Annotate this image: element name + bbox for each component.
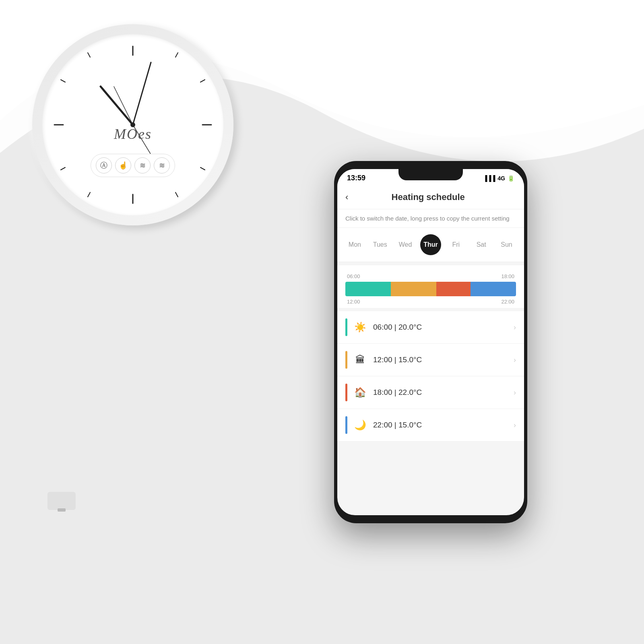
instruction-text: Click to switch the date, long press to … <box>337 209 524 228</box>
svg-line-6 <box>200 80 205 82</box>
svg-line-12 <box>200 167 205 170</box>
day-tues[interactable]: Tues <box>369 234 390 255</box>
svg-line-7 <box>88 53 90 57</box>
svg-line-10 <box>88 192 90 197</box>
day-selector: Mon Tues Wed Thur Fri Sat Sun <box>337 228 524 262</box>
day-sun[interactable]: Sun <box>496 234 517 255</box>
item-color-morning <box>345 318 347 336</box>
night-icon: 🌙 <box>354 419 367 431</box>
app-header: ‹ Heating schedule <box>337 186 524 209</box>
back-button[interactable]: ‹ <box>345 192 348 202</box>
bar-segment-4 <box>471 282 516 296</box>
clock-btn-mode4[interactable]: ≋ <box>154 157 170 173</box>
day-thur[interactable]: Thur <box>420 234 441 255</box>
item-color-noon <box>345 351 347 369</box>
day-fri[interactable]: Fri <box>446 234 466 255</box>
morning-icon: ☀️ <box>354 322 367 333</box>
clock-btn-auto[interactable]: Ⓐ <box>96 157 112 173</box>
svg-line-8 <box>61 80 65 82</box>
item-text-0600: 06:00 | 20.0°C <box>373 323 507 332</box>
status-icons: ▐▐▐ 4G 🔋 <box>483 175 514 182</box>
gateway-device <box>47 492 76 510</box>
clock-face: MOes Ⓐ ☝ ≋ ≋ <box>42 34 223 215</box>
signal-icon: ▐▐▐ <box>483 175 495 182</box>
schedule-item-0600[interactable]: ☀️ 06:00 | 20.0°C › <box>337 311 524 344</box>
evening-icon: 🏠 <box>354 387 367 398</box>
clock-brand: MOes <box>114 126 152 142</box>
status-time: 13:59 <box>347 174 365 182</box>
chevron-icon-0600: › <box>514 323 516 332</box>
time-label-2200: 22:00 <box>501 299 514 305</box>
schedule-bar <box>345 282 516 296</box>
schedule-items: ☀️ 06:00 | 20.0°C › 🏛 12:00 | 15.0°C › <box>337 308 524 445</box>
item-text-2200: 22:00 | 15.0°C <box>373 421 507 429</box>
schedule-item-1200[interactable]: 🏛 12:00 | 15.0°C › <box>337 344 524 376</box>
svg-line-5 <box>175 53 178 57</box>
network-icon: 4G <box>497 175 505 182</box>
page-wrapper: MOes Ⓐ ☝ ≋ ≋ Timer Function <box>0 0 644 644</box>
time-label-1200: 12:00 <box>347 299 360 305</box>
svg-line-11 <box>175 192 178 197</box>
phone-device: 13:59 ▐▐▐ 4G 🔋 ‹ Heating schedule Click <box>334 161 527 523</box>
chevron-icon-1200: › <box>514 356 516 364</box>
time-label-1800: 18:00 <box>501 273 514 279</box>
svg-line-14 <box>133 62 151 125</box>
bar-segment-1 <box>345 282 391 296</box>
bar-segment-2 <box>391 282 436 296</box>
time-label-0600: 06:00 <box>347 273 360 279</box>
clock-svg <box>42 34 223 215</box>
item-color-evening <box>345 384 347 401</box>
phone-wrapper: 13:59 ▐▐▐ 4G 🔋 ‹ Heating schedule Click <box>250 161 612 547</box>
clock-btn-manual[interactable]: ☝ <box>115 157 131 173</box>
chevron-icon-1800: › <box>514 388 516 397</box>
schedule-item-1800[interactable]: 🏠 18:00 | 22.0°C › <box>337 376 524 409</box>
schedule-chart: 06:00 18:00 12:00 22:00 <box>337 265 524 308</box>
time-labels-bottom: 12:00 22:00 <box>345 299 516 305</box>
chevron-icon-2200: › <box>514 421 516 429</box>
clock-buttons: Ⓐ ☝ ≋ ≋ <box>91 154 175 177</box>
clock-outer-ring: MOes Ⓐ ☝ ≋ ≋ <box>32 24 233 225</box>
gateway-image <box>43 489 80 513</box>
item-text-1200: 12:00 | 15.0°C <box>373 355 507 364</box>
clock-container: MOes Ⓐ ☝ ≋ ≋ <box>32 24 233 225</box>
schedule-item-2200[interactable]: 🌙 22:00 | 15.0°C › <box>337 409 524 442</box>
item-color-night <box>345 416 347 434</box>
battery-icon: 🔋 <box>508 175 514 182</box>
gateway-port <box>58 508 66 512</box>
bar-segment-3 <box>436 282 471 296</box>
item-text-1800: 18:00 | 22.0°C <box>373 388 507 397</box>
day-wed[interactable]: Wed <box>395 234 416 255</box>
noon-icon: 🏛 <box>354 354 367 365</box>
clock-btn-mode3[interactable]: ≋ <box>134 157 151 173</box>
time-labels-top: 06:00 18:00 <box>345 273 516 279</box>
day-sat[interactable]: Sat <box>471 234 492 255</box>
phone-screen: 13:59 ▐▐▐ 4G 🔋 ‹ Heating schedule Click <box>337 169 524 515</box>
phone-notch <box>398 169 463 180</box>
app-title: Heating schedule <box>352 192 504 202</box>
day-mon[interactable]: Mon <box>344 234 365 255</box>
svg-line-9 <box>61 167 65 170</box>
